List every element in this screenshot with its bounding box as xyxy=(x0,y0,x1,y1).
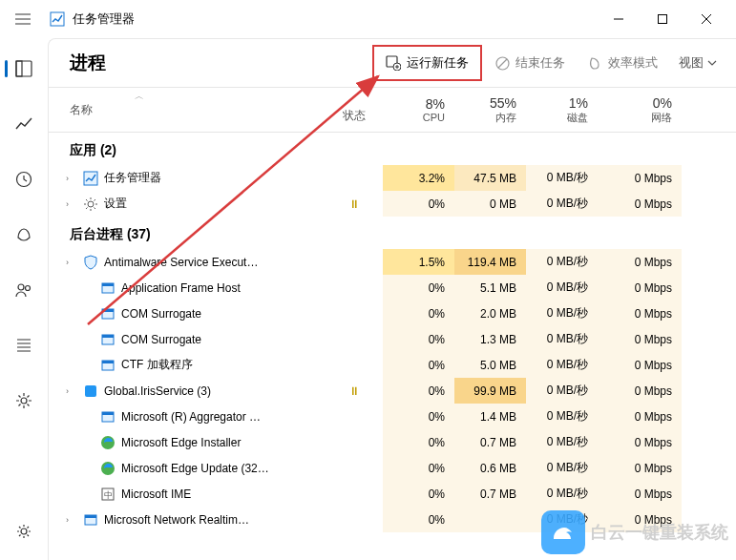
maximize-button[interactable] xyxy=(641,4,684,34)
sidebar-item-users[interactable] xyxy=(5,273,43,307)
memory-cell: 0 MB xyxy=(454,191,526,217)
process-row[interactable]: Application Frame Host 0% 5.1 MB 0 MB/秒 … xyxy=(49,275,736,301)
process-name: Antimalware Service Execut… xyxy=(104,256,258,269)
hamburger-menu[interactable] xyxy=(8,4,38,34)
sidebar-item-history[interactable] xyxy=(5,162,43,197)
end-task-icon xyxy=(495,56,510,71)
process-icon xyxy=(83,512,98,528)
process-row[interactable]: › Antimalware Service Execut… 1.5% 119.4… xyxy=(49,249,736,275)
watermark-text: 白云一键重装系统 xyxy=(591,521,728,544)
end-task-button[interactable]: 结束任务 xyxy=(486,49,575,77)
process-row[interactable]: › 任务管理器 3.2% 47.5 MB 0 MB/秒 0 Mbps xyxy=(49,165,736,191)
services-icon xyxy=(15,392,32,409)
memory-cell: 0.6 MB xyxy=(454,455,526,481)
minimize-button[interactable] xyxy=(597,4,641,34)
process-row[interactable]: Microsoft (R) Aggregator … 0% 1.4 MB 0 M… xyxy=(49,404,736,429)
cpu-cell: 0% xyxy=(383,301,454,326)
memory-cell: 2.0 MB xyxy=(454,301,526,326)
col-header-network[interactable]: 0%网络 xyxy=(598,88,682,132)
chevron-down-icon xyxy=(707,60,717,66)
svg-point-8 xyxy=(21,529,27,534)
process-name: Microsoft Edge Update (32… xyxy=(121,462,269,475)
process-icon xyxy=(100,332,116,347)
svg-rect-3 xyxy=(16,61,22,76)
process-row[interactable]: › Global.IrisService (3) ⏸ 0% 99.9 MB 0 … xyxy=(49,378,736,404)
view-dropdown[interactable]: 视图 xyxy=(679,54,717,72)
svg-rect-2 xyxy=(16,61,32,76)
processes-icon xyxy=(15,60,32,77)
process-row[interactable]: COM Surrogate 0% 1.3 MB 0 MB/秒 0 Mbps xyxy=(49,326,736,352)
process-icon xyxy=(83,171,98,186)
process-row[interactable]: CTF 加载程序 0% 5.0 MB 0 MB/秒 0 Mbps xyxy=(49,352,736,378)
close-button[interactable] xyxy=(684,4,728,34)
window-title: 任务管理器 xyxy=(73,10,135,28)
svg-rect-21 xyxy=(102,361,114,363)
watermark: 白云一键重装系统 xyxy=(541,510,728,554)
efficiency-mode-button[interactable]: 效率模式 xyxy=(578,49,667,77)
process-row[interactable]: Microsoft Edge Installer 0% 0.7 MB 0 MB/… xyxy=(49,429,736,455)
app-icon xyxy=(50,11,65,27)
process-icon xyxy=(83,197,98,212)
memory-cell: 119.4 MB xyxy=(454,249,526,275)
process-icon xyxy=(83,384,98,399)
process-row[interactable]: COM Surrogate 0% 2.0 MB 0 MB/秒 0 Mbps xyxy=(49,301,736,326)
process-row[interactable]: 中 Microsoft IME 0% 0.7 MB 0 MB/秒 0 Mbps xyxy=(49,481,736,507)
process-icon xyxy=(83,255,98,270)
maximize-icon xyxy=(658,14,667,24)
network-cell: 0 Mbps xyxy=(598,455,682,481)
performance-icon xyxy=(15,115,32,133)
svg-point-5 xyxy=(18,284,24,290)
sidebar-item-processes[interactable] xyxy=(5,52,43,86)
network-cell: 0 Mbps xyxy=(598,481,682,507)
process-name-cell: 中 Microsoft IME xyxy=(49,487,326,502)
watermark-badge-icon xyxy=(541,510,585,554)
process-name: Microsoft Edge Installer xyxy=(121,436,241,449)
process-icon xyxy=(100,280,116,296)
svg-point-6 xyxy=(26,286,31,291)
process-name-cell: Application Frame Host xyxy=(49,280,326,296)
sidebar-item-settings[interactable] xyxy=(5,514,43,549)
process-row[interactable]: Microsoft Edge Update (32… 0% 0.6 MB 0 M… xyxy=(49,455,736,481)
sidebar-item-details[interactable] xyxy=(5,328,43,363)
svg-rect-17 xyxy=(102,309,114,312)
cpu-cell: 0% xyxy=(383,404,454,429)
process-icon xyxy=(100,358,116,373)
process-name-cell: › 设置 xyxy=(49,196,326,212)
disk-cell: 0 MB/秒 xyxy=(526,481,598,507)
svg-rect-12 xyxy=(84,172,97,185)
col-header-name[interactable]: ︿ 名称 xyxy=(49,88,326,132)
cpu-cell: 0% xyxy=(383,326,454,352)
col-header-status[interactable]: 状态 xyxy=(326,88,383,132)
window-controls xyxy=(597,4,728,34)
sidebar-item-performance[interactable] xyxy=(5,107,43,141)
suspended-icon: ⏸ xyxy=(348,384,360,398)
memory-cell: 1.4 MB xyxy=(454,404,526,429)
memory-cell xyxy=(454,507,526,532)
titlebar: 任务管理器 xyxy=(0,0,736,38)
process-status: ⏸ xyxy=(326,384,383,398)
process-name-cell: COM Surrogate xyxy=(49,306,326,321)
sidebar-item-services[interactable] xyxy=(5,384,43,418)
process-row[interactable]: › 设置 ⏸ 0% 0 MB 0 MB/秒 0 Mbps xyxy=(49,191,736,217)
memory-cell: 47.5 MB xyxy=(454,165,526,191)
hamburger-icon xyxy=(15,13,31,25)
disk-cell: 0 MB/秒 xyxy=(526,455,598,481)
col-header-memory[interactable]: 55%内存 xyxy=(454,88,526,132)
svg-rect-1 xyxy=(659,15,667,24)
main-panel: 进程 运行新任务 结束任务 效率模式 视图 ︿ 名称 状态 xyxy=(48,38,736,560)
group-background[interactable]: 后台进程 (37) xyxy=(49,217,736,249)
view-label: 视图 xyxy=(679,54,704,72)
startup-icon xyxy=(15,226,32,243)
run-new-task-button[interactable]: 运行新任务 xyxy=(372,45,482,81)
column-headers: ︿ 名称 状态 8%CPU 55%内存 1%磁盘 0%网络 xyxy=(49,87,736,133)
col-header-cpu[interactable]: 8%CPU xyxy=(383,88,454,132)
cpu-cell: 0% xyxy=(383,429,454,455)
col-header-disk[interactable]: 1%磁盘 xyxy=(526,88,598,132)
svg-rect-0 xyxy=(51,12,64,26)
sidebar-item-startup[interactable] xyxy=(5,218,43,252)
process-name: Application Frame Host xyxy=(121,281,241,295)
process-list[interactable]: 应用 (2) › 任务管理器 3.2% 47.5 MB 0 MB/秒 0 Mbp… xyxy=(49,133,736,560)
network-cell: 0 Mbps xyxy=(598,301,682,326)
group-apps[interactable]: 应用 (2) xyxy=(49,133,736,165)
cpu-cell: 0% xyxy=(383,481,454,507)
